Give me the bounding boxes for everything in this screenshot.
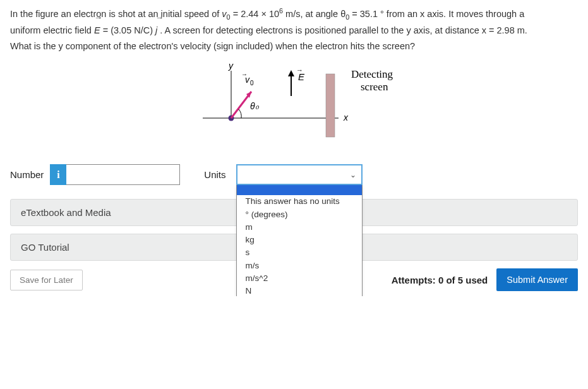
units-label: Units — [204, 169, 225, 180]
text: What is the y component of the electron'… — [10, 41, 415, 51]
attempts-text: Attempts: 0 of 5 used — [392, 275, 488, 285]
text: = (3.05 N/C) — [100, 25, 155, 35]
vector-E: →E — [94, 23, 100, 39]
text: = 35.1 ° from an x axis. It moves throug… — [349, 9, 524, 19]
units-option[interactable]: m — [237, 221, 362, 234]
theta-label: θ₀ — [250, 101, 260, 111]
number-label: Number — [10, 169, 44, 180]
units-option[interactable]: ° (degrees) — [237, 208, 362, 221]
screen-label-2: screen — [361, 81, 388, 93]
chevron-down-icon: ⌄ — [350, 171, 356, 179]
text: m/s, at angle θ — [283, 9, 345, 19]
units-option[interactable]: m/s — [237, 260, 362, 272]
answer-row: Number i Units ⌄ This answer has no unit… — [10, 164, 578, 185]
text: uniform electric field — [10, 25, 94, 35]
units-select-box[interactable]: ⌄ — [236, 164, 363, 185]
y-axis-label: y — [228, 61, 234, 71]
footer-right: Attempts: 0 of 5 used Submit Answer — [392, 268, 578, 291]
units-option[interactable]: This answer has no units — [237, 195, 362, 208]
units-select[interactable]: ⌄ This answer has no units ° (degrees) m… — [236, 164, 363, 185]
physics-diagram: x y v → 0 θ₀ E → Detecting screen — [187, 61, 402, 143]
submit-answer-button[interactable]: Submit Answer — [496, 268, 578, 291]
svg-text:→: → — [241, 71, 248, 78]
units-dropdown[interactable]: This answer has no units ° (degrees) m k… — [236, 185, 363, 296]
units-option[interactable]: kg — [237, 234, 362, 246]
var-j: j — [155, 25, 157, 35]
x-axis-label: x — [343, 112, 349, 123]
var-v: v — [222, 9, 226, 19]
text: = 2.44 × 10 — [231, 9, 279, 19]
text: In the figure an electron is shot at an … — [10, 9, 222, 19]
units-option[interactable]: m/s^2 — [237, 272, 362, 285]
figure: x y v → 0 θ₀ E → Detecting screen — [10, 61, 578, 145]
units-option-blank[interactable] — [237, 185, 362, 195]
svg-text:0: 0 — [250, 80, 254, 87]
save-for-later-button[interactable]: Save for Later — [10, 270, 83, 290]
go-tutorial-label: GO Tutorial — [21, 242, 69, 253]
text: . A screen for detecting electrons is po… — [157, 25, 527, 35]
svg-marker-8 — [288, 70, 294, 76]
problem-statement: In the figure an electron is shot at an … — [10, 5, 578, 54]
screen-label-1: Detecting — [351, 68, 393, 80]
units-option[interactable]: s — [237, 246, 362, 259]
unit-vector-j: →j — [155, 23, 157, 39]
var-E: E — [94, 25, 100, 35]
svg-text:→: → — [296, 66, 303, 74]
svg-rect-10 — [326, 74, 335, 137]
etextbook-label: eTextbook and Media — [21, 207, 111, 218]
number-input[interactable] — [66, 164, 180, 185]
units-option[interactable]: N — [237, 285, 362, 296]
number-input-group: i — [50, 164, 180, 185]
info-icon[interactable]: i — [50, 164, 66, 185]
